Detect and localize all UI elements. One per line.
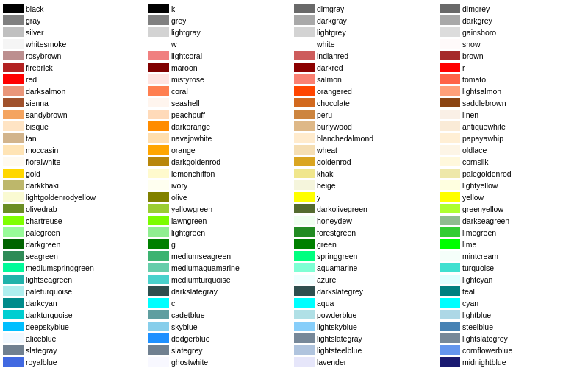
- list-item[interactable]: oldlace: [440, 144, 585, 155]
- list-item[interactable]: yellow: [440, 191, 585, 202]
- list-item[interactable]: darkorange: [148, 121, 294, 132]
- list-item[interactable]: moccasin: [3, 144, 148, 155]
- list-item[interactable]: c: [148, 297, 294, 308]
- list-item[interactable]: sienna: [3, 97, 148, 108]
- list-item[interactable]: lawngreen: [148, 215, 294, 226]
- list-item[interactable]: royalblue: [3, 356, 148, 367]
- list-item[interactable]: forestgreen: [294, 227, 440, 238]
- list-item[interactable]: lightgreen: [148, 227, 294, 238]
- list-item[interactable]: cyan: [440, 297, 585, 308]
- list-item[interactable]: midnightblue: [440, 356, 585, 367]
- list-item[interactable]: tan: [3, 132, 148, 144]
- list-item[interactable]: navajowhite: [148, 132, 294, 144]
- list-item[interactable]: wheat: [294, 144, 440, 155]
- list-item[interactable]: lightgray: [148, 26, 294, 38]
- list-item[interactable]: mediumspringgreen: [3, 262, 148, 273]
- list-item[interactable]: skyblue: [148, 321, 294, 332]
- list-item[interactable]: linen: [440, 109, 585, 120]
- list-item[interactable]: orangered: [294, 85, 440, 96]
- list-item[interactable]: lightcoral: [148, 50, 294, 61]
- list-item[interactable]: salmon: [294, 74, 440, 85]
- list-item[interactable]: rosybrown: [3, 50, 148, 61]
- list-item[interactable]: seagreen: [3, 250, 148, 261]
- list-item[interactable]: darkseagreen: [440, 215, 585, 226]
- list-item[interactable]: black: [3, 3, 148, 14]
- list-item[interactable]: dodgerblue: [148, 333, 294, 344]
- list-item[interactable]: chartreuse: [3, 215, 148, 226]
- list-item[interactable]: cornflowerblue: [440, 344, 585, 355]
- list-item[interactable]: yellowgreen: [148, 203, 294, 214]
- list-item[interactable]: brown: [440, 50, 585, 61]
- list-item[interactable]: aquamarine: [294, 262, 440, 273]
- list-item[interactable]: turquoise: [440, 262, 585, 273]
- list-item[interactable]: silver: [3, 26, 148, 38]
- list-item[interactable]: teal: [440, 286, 585, 297]
- list-item[interactable]: mediumseagreen: [148, 250, 294, 261]
- list-item[interactable]: lightyellow: [440, 180, 585, 191]
- list-item[interactable]: dimgray: [294, 3, 440, 14]
- list-item[interactable]: mediumaquamarine: [148, 262, 294, 273]
- list-item[interactable]: darksalmon: [3, 85, 148, 96]
- list-item[interactable]: gold: [3, 168, 148, 179]
- list-item[interactable]: springgreen: [294, 250, 440, 261]
- list-item[interactable]: sandybrown: [3, 109, 148, 120]
- list-item[interactable]: olivedrab: [3, 203, 148, 214]
- list-item[interactable]: cadetblue: [148, 309, 294, 320]
- list-item[interactable]: seashell: [148, 97, 294, 108]
- list-item[interactable]: darkred: [294, 62, 440, 73]
- list-item[interactable]: darkolivegreen: [294, 203, 440, 214]
- list-item[interactable]: ghostwhite: [148, 356, 294, 367]
- list-item[interactable]: darkgray: [294, 15, 440, 26]
- list-item[interactable]: aliceblue: [3, 333, 148, 344]
- list-item[interactable]: tomato: [440, 74, 585, 85]
- list-item[interactable]: lightslategray: [294, 333, 440, 344]
- list-item[interactable]: w: [148, 38, 294, 49]
- list-item[interactable]: deepskyblue: [3, 321, 148, 332]
- list-item[interactable]: limegreen: [440, 227, 585, 238]
- list-item[interactable]: goldenrod: [294, 156, 440, 167]
- list-item[interactable]: mistyrose: [148, 74, 294, 85]
- list-item[interactable]: lightblue: [440, 309, 585, 320]
- list-item[interactable]: powderblue: [294, 309, 440, 320]
- list-item[interactable]: indianred: [294, 50, 440, 61]
- list-item[interactable]: khaki: [294, 168, 440, 179]
- list-item[interactable]: maroon: [148, 62, 294, 73]
- list-item[interactable]: burlywood: [294, 121, 440, 132]
- list-item[interactable]: honeydew: [294, 215, 440, 226]
- list-item[interactable]: chocolate: [294, 97, 440, 108]
- list-item[interactable]: grey: [148, 15, 294, 26]
- list-item[interactable]: lavender: [294, 356, 440, 367]
- list-item[interactable]: lightgoldenrodyellow: [3, 191, 148, 202]
- list-item[interactable]: palegreen: [3, 227, 148, 238]
- list-item[interactable]: slategray: [3, 344, 148, 355]
- list-item[interactable]: darkgoldenrod: [148, 156, 294, 167]
- list-item[interactable]: beige: [294, 180, 440, 191]
- list-item[interactable]: snow: [440, 38, 585, 49]
- list-item[interactable]: lightsteelblue: [294, 344, 440, 355]
- list-item[interactable]: mintcream: [440, 250, 585, 261]
- list-item[interactable]: lightseagreen: [3, 274, 148, 285]
- list-item[interactable]: paleturquoise: [3, 286, 148, 297]
- list-item[interactable]: lightskyblue: [294, 321, 440, 332]
- list-item[interactable]: aqua: [294, 297, 440, 308]
- list-item[interactable]: darkgrey: [440, 15, 585, 26]
- list-item[interactable]: saddlebrown: [440, 97, 585, 108]
- list-item[interactable]: lightgrey: [294, 26, 440, 38]
- list-item[interactable]: bisque: [3, 121, 148, 132]
- list-item[interactable]: peru: [294, 109, 440, 120]
- list-item[interactable]: coral: [148, 85, 294, 96]
- list-item[interactable]: mediumturquoise: [148, 274, 294, 285]
- list-item[interactable]: red: [3, 74, 148, 85]
- list-item[interactable]: lightcyan: [440, 274, 585, 285]
- list-item[interactable]: g: [148, 238, 294, 250]
- list-item[interactable]: dimgrey: [440, 3, 585, 14]
- list-item[interactable]: gray: [3, 15, 148, 26]
- list-item[interactable]: steelblue: [440, 321, 585, 332]
- list-item[interactable]: green: [294, 238, 440, 250]
- list-item[interactable]: azure: [294, 274, 440, 285]
- list-item[interactable]: orange: [148, 144, 294, 155]
- list-item[interactable]: cornsilk: [440, 156, 585, 167]
- list-item[interactable]: lime: [440, 238, 585, 250]
- list-item[interactable]: peachpuff: [148, 109, 294, 120]
- list-item[interactable]: greenyellow: [440, 203, 585, 214]
